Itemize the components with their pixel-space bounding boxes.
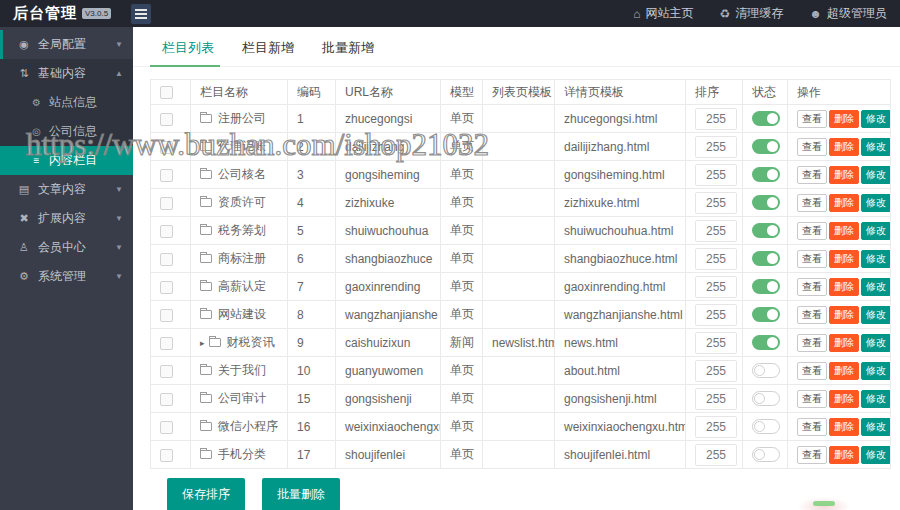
row-checkbox[interactable] xyxy=(160,113,173,126)
edit-button[interactable]: 修改 xyxy=(861,362,891,380)
status-toggle[interactable] xyxy=(752,251,780,266)
tab-column-add[interactable]: 栏目新增 xyxy=(228,39,308,66)
delete-button[interactable]: 删除 xyxy=(829,250,859,268)
edit-button[interactable]: 修改 xyxy=(861,250,891,268)
delete-button[interactable]: 删除 xyxy=(829,446,859,464)
row-checkbox[interactable] xyxy=(160,393,173,406)
view-button[interactable]: 查看 xyxy=(797,166,827,184)
sort-input[interactable] xyxy=(695,444,737,466)
view-button[interactable]: 查看 xyxy=(797,110,827,128)
menu-toggle-icon[interactable] xyxy=(131,4,151,24)
status-toggle[interactable] xyxy=(752,335,780,350)
row-checkbox[interactable] xyxy=(160,169,173,182)
delete-button[interactable]: 删除 xyxy=(829,194,859,212)
edit-button[interactable]: 修改 xyxy=(861,194,891,212)
status-toggle[interactable] xyxy=(752,307,780,322)
view-button[interactable]: 查看 xyxy=(797,250,827,268)
sidebar-subitem-site-info[interactable]: ⚙站点信息 xyxy=(0,88,133,117)
view-button[interactable]: 查看 xyxy=(797,306,827,324)
edit-button[interactable]: 修改 xyxy=(861,278,891,296)
save-sort-button[interactable]: 保存排序 xyxy=(167,478,245,510)
row-checkbox[interactable] xyxy=(160,253,173,266)
topnav-item-site-home[interactable]: ⌂网站主页 xyxy=(620,0,706,27)
sidebar-item-article-content[interactable]: ▤文章内容▼ xyxy=(0,175,133,204)
sort-input[interactable] xyxy=(695,192,737,214)
delete-button[interactable]: 删除 xyxy=(829,334,859,352)
view-button[interactable]: 查看 xyxy=(797,446,827,464)
sort-input[interactable] xyxy=(695,416,737,438)
edit-button[interactable]: 修改 xyxy=(861,110,891,128)
view-button[interactable]: 查看 xyxy=(797,138,827,156)
sidebar-item-extended-content[interactable]: ✖扩展内容▼ xyxy=(0,204,133,233)
delete-button[interactable]: 删除 xyxy=(829,306,859,324)
view-button[interactable]: 查看 xyxy=(797,278,827,296)
delete-button[interactable]: 删除 xyxy=(829,166,859,184)
sort-input[interactable] xyxy=(695,248,737,270)
sort-input[interactable] xyxy=(695,220,737,242)
status-toggle[interactable] xyxy=(752,139,780,154)
status-toggle[interactable] xyxy=(752,223,780,238)
tab-batch-add[interactable]: 批量新增 xyxy=(308,39,388,66)
topnav-item-clear-cache[interactable]: ♻清理缓存 xyxy=(707,0,797,27)
edit-button[interactable]: 修改 xyxy=(861,334,891,352)
column-header: URL名称 xyxy=(336,80,441,105)
sidebar-item-global-config[interactable]: ◉全局配置▼ xyxy=(0,30,133,59)
view-button[interactable]: 查看 xyxy=(797,390,827,408)
sidebar-subitem-company-info[interactable]: ◎公司信息 xyxy=(0,117,133,146)
sort-input[interactable] xyxy=(695,276,737,298)
sort-input[interactable] xyxy=(695,108,737,130)
status-toggle[interactable] xyxy=(752,279,780,294)
sort-input[interactable] xyxy=(695,136,737,158)
status-toggle[interactable] xyxy=(752,363,780,378)
row-checkbox[interactable] xyxy=(160,309,173,322)
sort-input[interactable] xyxy=(695,332,737,354)
view-button[interactable]: 查看 xyxy=(797,362,827,380)
sort-input[interactable] xyxy=(695,360,737,382)
row-checkbox[interactable] xyxy=(160,449,173,462)
sidebar-subitem-content-columns[interactable]: ≡内容栏目 xyxy=(0,146,133,175)
sidebar-item-basic-content[interactable]: ⇅基础内容▲ xyxy=(0,59,133,88)
row-checkbox[interactable] xyxy=(160,421,173,434)
status-toggle[interactable] xyxy=(752,391,780,406)
status-toggle[interactable] xyxy=(752,419,780,434)
delete-button[interactable]: 删除 xyxy=(829,110,859,128)
edit-button[interactable]: 修改 xyxy=(861,138,891,156)
row-checkbox[interactable] xyxy=(160,141,173,154)
delete-button[interactable]: 删除 xyxy=(829,418,859,436)
view-button[interactable]: 查看 xyxy=(797,418,827,436)
status-toggle[interactable] xyxy=(752,447,780,462)
select-all-checkbox[interactable] xyxy=(160,86,173,99)
status-toggle[interactable] xyxy=(752,195,780,210)
row-checkbox[interactable] xyxy=(160,337,173,350)
row-checkbox[interactable] xyxy=(160,197,173,210)
edit-button[interactable]: 修改 xyxy=(861,446,891,464)
topnav-item-admin-user[interactable]: ☻超级管理员 xyxy=(796,0,900,27)
view-button[interactable]: 查看 xyxy=(797,194,827,212)
status-toggle[interactable] xyxy=(752,167,780,182)
sort-input[interactable] xyxy=(695,388,737,410)
edit-button[interactable]: 修改 xyxy=(861,222,891,240)
sidebar-item-member-center[interactable]: ♙会员中心▼ xyxy=(0,233,133,262)
delete-button[interactable]: 删除 xyxy=(829,278,859,296)
row-checkbox[interactable] xyxy=(160,365,173,378)
sort-input[interactable] xyxy=(695,164,737,186)
delete-button[interactable]: 删除 xyxy=(829,222,859,240)
tab-column-list[interactable]: 栏目列表 xyxy=(148,39,228,66)
batch-delete-button[interactable]: 批量删除 xyxy=(262,478,340,510)
view-button[interactable]: 查看 xyxy=(797,334,827,352)
row-checkbox[interactable] xyxy=(160,225,173,238)
delete-button[interactable]: 删除 xyxy=(829,362,859,380)
column-detail-template: shoujifenlei.html xyxy=(555,441,686,469)
delete-button[interactable]: 删除 xyxy=(829,138,859,156)
status-toggle[interactable] xyxy=(752,111,780,126)
sidebar-item-system-management[interactable]: ⚙系统管理▼ xyxy=(0,262,133,291)
edit-button[interactable]: 修改 xyxy=(861,166,891,184)
delete-button[interactable]: 删除 xyxy=(829,390,859,408)
edit-button[interactable]: 修改 xyxy=(861,390,891,408)
row-checkbox[interactable] xyxy=(160,281,173,294)
sort-input[interactable] xyxy=(695,304,737,326)
view-button[interactable]: 查看 xyxy=(797,222,827,240)
caret-right-icon[interactable]: ▸ xyxy=(200,338,205,348)
edit-button[interactable]: 修改 xyxy=(861,418,891,436)
edit-button[interactable]: 修改 xyxy=(861,306,891,324)
